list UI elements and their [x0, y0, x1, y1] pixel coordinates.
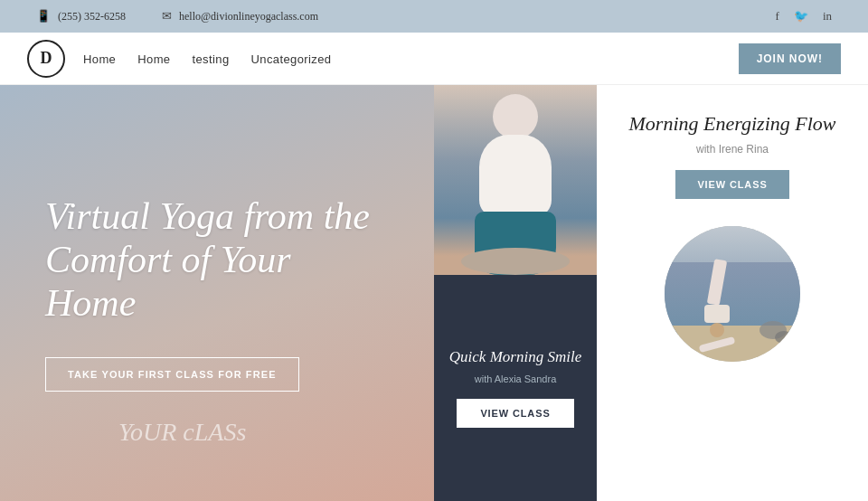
- site-logo[interactable]: D: [27, 40, 65, 78]
- class-card-right: Morning Energizing Flow with Irene Rina …: [624, 112, 841, 199]
- nav-link-home2[interactable]: Home: [137, 52, 170, 66]
- view-class-center-button[interactable]: VIEW CLASS: [457, 399, 574, 428]
- hero-center-panel: Quick Morning Smile with Alexia Sandra V…: [434, 85, 597, 501]
- class-title-right: Morning Energizing Flow: [629, 112, 836, 136]
- nav-link-home1[interactable]: Home: [83, 52, 116, 66]
- view-class-right-button[interactable]: VIEW CLASS: [675, 170, 788, 199]
- top-bar: 📱 (255) 352-6258 ✉ hello@divionlineyogac…: [0, 0, 868, 33]
- main-nav: D Home Home testing Uncategorized JOIN N…: [0, 33, 868, 85]
- linkedin-icon[interactable]: in: [823, 9, 832, 24]
- class-instructor-right: with Irene Rina: [696, 143, 769, 156]
- hero-right-panel: Morning Energizing Flow with Irene Rina …: [597, 85, 868, 501]
- hero-section: Virtual Yoga from the Comfort of Your Ho…: [0, 85, 868, 501]
- email-icon: ✉: [162, 9, 172, 24]
- hero-left-panel: Virtual Yoga from the Comfort of Your Ho…: [0, 85, 434, 501]
- inverted-figure: [699, 260, 735, 348]
- hero-title: Virtual Yoga from the Comfort of Your Ho…: [45, 194, 389, 326]
- nav-link-testing[interactable]: testing: [193, 52, 230, 66]
- nav-link-uncategorized[interactable]: Uncategorized: [251, 52, 332, 66]
- email-address: hello@divionlineyogaclass.com: [179, 10, 318, 24]
- phone-number: (255) 352-6258: [58, 10, 126, 24]
- yoga-pose-bg: [434, 85, 597, 275]
- facebook-icon[interactable]: f: [776, 9, 779, 24]
- join-now-button[interactable]: JOIN NOW!: [739, 43, 841, 74]
- social-links: f 🐦 in: [776, 9, 832, 24]
- phone-contact: 📱 (255) 352-6258: [36, 9, 126, 24]
- class-title-center: Quick Morning Smile: [449, 348, 581, 366]
- phone-icon: 📱: [36, 9, 51, 24]
- class-card-center: Quick Morning Smile with Alexia Sandra V…: [434, 275, 597, 501]
- class-instructor-center: with Alexia Sandra: [475, 373, 557, 384]
- email-contact: ✉ hello@divionlineyogaclass.com: [162, 9, 318, 24]
- your-class-label: YoUR cLASs: [118, 418, 246, 447]
- circle-yoga-image: [665, 226, 800, 362]
- yoga-pose-image: [434, 85, 597, 275]
- nav-links: Home Home testing Uncategorized: [83, 51, 739, 67]
- hero-cta-button[interactable]: TAKE YOUR FIRST CLASS FOR FREE: [45, 357, 299, 392]
- twitter-icon[interactable]: 🐦: [794, 9, 808, 24]
